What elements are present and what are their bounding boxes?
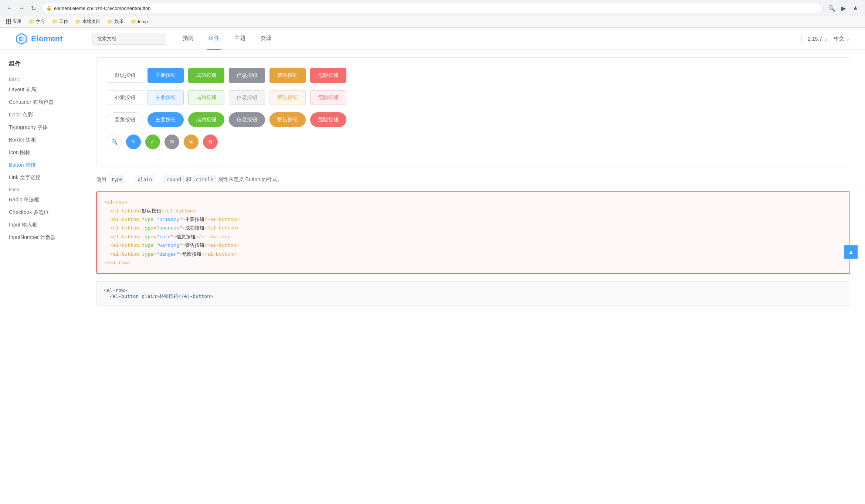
back-button[interactable]: ←: [4, 3, 15, 13]
code-tag: >: [182, 243, 185, 248]
button-row-standard: 默认按钮 主要按钮 成功按钮 信息按钮 警告按钮 危险按钮: [107, 68, 839, 83]
code-val: "danger": [156, 252, 179, 257]
sidebar-item-border[interactable]: Border 边框: [0, 134, 81, 146]
description-text: 使用 type 、 plain 、 round 和 circle 属性来定义 B…: [96, 175, 850, 184]
bookmark-local[interactable]: 📁 本地项目: [74, 18, 102, 25]
code-tag: <el-button: [110, 234, 142, 240]
sidebar-item-container[interactable]: Container 布局容器: [0, 96, 81, 109]
bookmark-label: 娱乐: [115, 18, 123, 25]
code-tag: </el-button>: [196, 234, 230, 240]
bookmark-button[interactable]: ★: [850, 3, 861, 13]
site-header: E Element 指南 组件 主题 资源 2.15.7 ⌄ 中文 ⌄: [0, 28, 865, 50]
btn-round-success[interactable]: 成功按钮: [188, 112, 224, 127]
btn-round-danger[interactable]: 危险按钮: [310, 112, 346, 127]
bookmark-study[interactable]: 📁 学习: [27, 18, 46, 25]
btn-circle-success[interactable]: ✓: [145, 134, 160, 149]
desc-code-circle: circle: [193, 176, 216, 183]
button-row-circle: 🔍 ✎ ✓ ✉ ★ 🗑: [107, 134, 839, 149]
sidebar-title: 组件: [0, 57, 81, 74]
sidebar-item-input[interactable]: Input 输入框: [0, 219, 81, 231]
sidebar: 组件 Basic Layout 布局 Container 布局容器 Color …: [0, 50, 81, 504]
lock-icon: 🔒: [46, 6, 52, 11]
bookmark-entertainment[interactable]: 📁 娱乐: [106, 18, 125, 25]
code-attr: type: [142, 234, 153, 240]
btn-round-info[interactable]: 信息按钮: [229, 112, 265, 127]
bookmark-apps[interactable]: 应用: [4, 18, 23, 25]
address-bar[interactable]: 🔒 element.eleme.cn/#/zh-CN/component/but…: [41, 3, 824, 13]
btn-warning[interactable]: 警告按钮: [269, 68, 306, 83]
btn-plain-warning[interactable]: 警告按钮: [269, 90, 306, 105]
sidebar-item-color[interactable]: Color 色彩: [0, 109, 81, 121]
desc-prefix: 使用: [96, 176, 106, 182]
nav-item-theme[interactable]: 主题: [233, 28, 247, 50]
header-search[interactable]: [92, 33, 166, 45]
btn-danger[interactable]: 危险按钮: [310, 68, 346, 83]
btn-circle-danger[interactable]: 🗑: [203, 134, 218, 149]
search-button[interactable]: 🔍: [827, 3, 837, 13]
btn-default[interactable]: 默认按钮: [107, 68, 143, 83]
code-line-7: <el-button type="danger">危险按钮</el-button…: [104, 250, 842, 259]
search-input[interactable]: [92, 33, 166, 45]
nav-buttons: ← → ↻: [4, 3, 38, 13]
bookmarks-bar: 应用 📁 学习 📁 工作 📁 本地项目 📁 娱乐 📁 temp: [0, 16, 865, 27]
lang-selector[interactable]: 中文 ⌄: [834, 35, 850, 42]
btn-plain-primary[interactable]: 主要按钮: [147, 90, 184, 105]
version-selector[interactable]: 2.15.7 ⌄: [808, 36, 828, 42]
code-tag: </el-button>: [204, 225, 239, 231]
bookmark-folder-icon: 📁: [108, 19, 113, 24]
bottom-code-line-2: <el-button plain>朴素按钮</el-button>: [104, 293, 842, 300]
nav-item-component[interactable]: 组件: [207, 28, 221, 50]
btn-plain-info[interactable]: 信息按钮: [229, 90, 265, 105]
code-attr: plain: [142, 293, 156, 299]
btn-info[interactable]: 信息按钮: [229, 68, 265, 83]
code-tag: </el-button>: [204, 217, 239, 222]
code-block-1: <el-row> <el-button>默认按钮</el-button> <el…: [96, 191, 850, 274]
browser-chrome: ← → ↻ 🔒 element.eleme.cn/#/zh-CN/compone…: [0, 0, 865, 28]
nav-item-guide[interactable]: 指南: [181, 28, 195, 50]
bookmark-label: 学习: [36, 18, 45, 25]
btn-circle-primary[interactable]: ✎: [126, 134, 141, 149]
sidebar-section-basic: Basic: [0, 74, 81, 84]
btn-plain-danger[interactable]: 危险按钮: [310, 90, 346, 105]
sidebar-item-checkbox[interactable]: Checkbox 多选框: [0, 206, 81, 219]
btn-primary[interactable]: 主要按钮: [147, 68, 184, 83]
bookmark-label: 应用: [13, 18, 21, 25]
code-tag: </el-button>: [204, 243, 239, 248]
btn-plain-default[interactable]: 朴素按钮: [107, 90, 143, 105]
bookmark-work[interactable]: 📁 工作: [51, 18, 69, 25]
url-text: element.eleme.cn/#/zh-CN/component/butto…: [54, 6, 151, 11]
sidebar-item-icon[interactable]: Icon 图标: [0, 146, 81, 159]
nav-item-resource[interactable]: 资源: [259, 28, 273, 50]
btn-circle-warning[interactable]: ★: [184, 134, 199, 149]
cast-button[interactable]: ▶: [838, 3, 849, 13]
code-tag: </el-button>: [161, 208, 196, 214]
sidebar-item-inputnumber[interactable]: InputNumber 计数器: [0, 231, 81, 244]
btn-circle-info[interactable]: ✉: [164, 134, 179, 149]
btn-round-warning[interactable]: 警告按钮: [269, 112, 306, 127]
code-text: 危险按钮: [182, 252, 201, 257]
btn-round-default[interactable]: 圆角按钮: [107, 112, 143, 127]
desc-sep1: 、: [128, 176, 133, 182]
sidebar-item-button[interactable]: Button 按钮: [0, 159, 81, 171]
btn-circle-default[interactable]: 🔍: [107, 134, 122, 149]
lang-text: 中文: [834, 35, 844, 42]
apps-grid-icon: [6, 19, 11, 24]
forward-button[interactable]: →: [16, 3, 27, 13]
desc-suffix: 属性来定义 Button 的样式。: [218, 176, 282, 182]
sidebar-item-radio[interactable]: Radio 单选框: [0, 194, 81, 206]
code-tag: >: [179, 252, 182, 257]
bookmark-temp[interactable]: 📁 temp: [129, 18, 149, 25]
sidebar-item-typography[interactable]: Typography 字体: [0, 121, 81, 134]
code-line-5: <el-button type="info">信息按钮</el-button>: [104, 233, 842, 241]
btn-success[interactable]: 成功按钮: [188, 68, 224, 83]
sidebar-item-link[interactable]: Link 文字链接: [0, 171, 81, 184]
bottom-code-block: <el-row> <el-button plain>朴素按钮</el-butto…: [96, 281, 850, 306]
code-tag: =: [153, 217, 156, 222]
code-tag: </el-row>: [104, 260, 130, 266]
btn-round-primary[interactable]: 主要按钮: [147, 112, 184, 127]
refresh-button[interactable]: ↻: [28, 3, 38, 13]
scroll-top-button[interactable]: ▲: [844, 245, 858, 259]
btn-plain-success[interactable]: 成功按钮: [188, 90, 224, 105]
sidebar-item-layout[interactable]: Layout 布局: [0, 84, 81, 96]
code-line-6: <el-button type="warning">警告按钮</el-butto…: [104, 241, 842, 250]
